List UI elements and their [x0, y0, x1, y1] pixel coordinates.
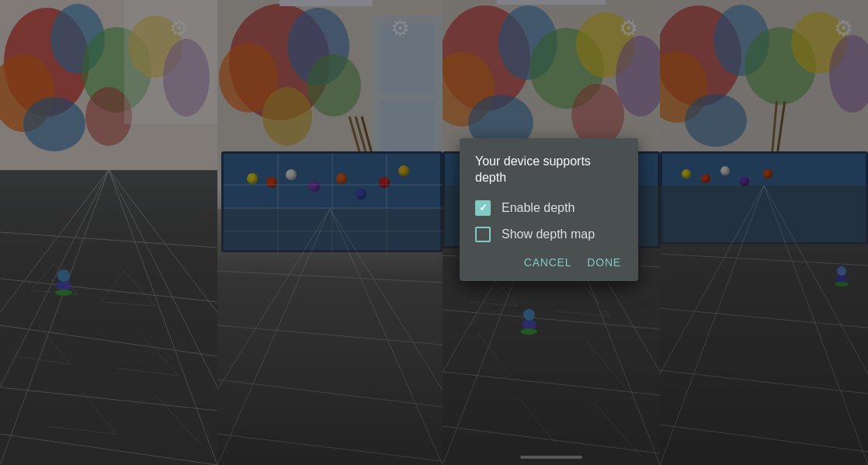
dialog-actions: CANCEL DONE — [475, 253, 623, 272]
show-depth-map-label: Show depth map — [502, 227, 595, 241]
show-depth-map-checkbox[interactable] — [475, 227, 491, 242]
cancel-button[interactable]: CANCEL — [523, 253, 574, 272]
show-depth-map-option[interactable]: Show depth map — [475, 227, 623, 242]
enable-depth-checkbox[interactable] — [475, 200, 491, 216]
enable-depth-label: Enable depth — [502, 201, 575, 215]
done-button[interactable]: DONE — [585, 253, 623, 272]
dialog: Your device supports depth Enable depth … — [460, 138, 638, 281]
scene-container: ⚙ ⚙ ⚙ ⚙ Your device supports depth Enabl… — [0, 0, 868, 465]
dialog-title: Your device supports depth — [475, 154, 623, 186]
enable-depth-option[interactable]: Enable depth — [475, 200, 623, 216]
dialog-overlay: Your device supports depth Enable depth … — [0, 0, 868, 465]
